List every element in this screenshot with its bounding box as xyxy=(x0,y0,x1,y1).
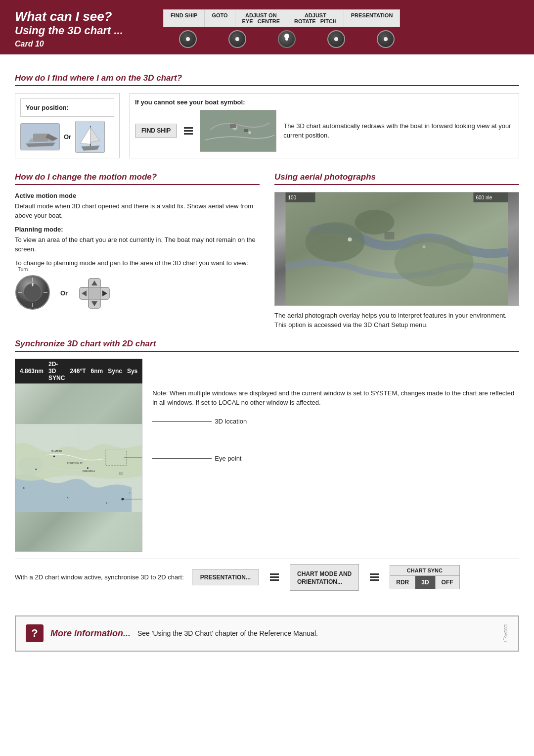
toolbar-buttons: FIND SHIP GOTO ADJUST ONEYE CENTRE ADJUS… xyxy=(163,9,519,27)
chart-note: Note: When multiple windows are displaye… xyxy=(152,388,519,408)
sync-instruction: With a 2D chart window active, synchroni… xyxy=(15,573,184,581)
aerial-small-preview xyxy=(200,110,276,152)
joystick-icon-5 xyxy=(377,30,395,48)
svg-text:8: 8 xyxy=(23,486,25,489)
aerial-photo-svg: 100 600 nle xyxy=(275,192,519,306)
more-info-footer: ? More information... See 'Using the 3D … xyxy=(15,615,519,652)
aerial-photos-col: Using aerial photographs xyxy=(274,163,519,330)
svg-text:PLATEAU: PLATEAU xyxy=(51,450,62,452)
arrow-bar-1 xyxy=(270,573,279,575)
chart-mode-btn[interactable]: CHART MODE ANDORIENTATION... xyxy=(290,564,359,591)
presentation-btn[interactable]: PRESENTATION... xyxy=(192,569,259,585)
sail-boat-illustration xyxy=(75,121,105,153)
chart-sync-label: Sync xyxy=(108,368,122,375)
find-ship-button[interactable]: FIND SHIP xyxy=(163,9,204,27)
icon-cell-1 xyxy=(163,30,213,48)
joystick-dot-3 xyxy=(285,38,288,41)
aerial-photos-header: Using aerial photographs xyxy=(274,172,519,185)
svg-text:PORPOISE PT.: PORPOISE PT. xyxy=(67,462,84,465)
adjust-rotate-button[interactable]: ADJUSTROTATE PITCH xyxy=(287,9,344,27)
two-col-section: How do I change the motion mode? Active … xyxy=(15,163,519,330)
title-line1: What can I see? xyxy=(15,9,143,24)
icon-cell-3 xyxy=(262,30,312,48)
icon-cell-2 xyxy=(213,30,262,48)
chart-sync-block: CHART SYNC RDR 3D OFF xyxy=(390,565,459,589)
sync-header: Synchronize 3D chart with 2D chart xyxy=(15,339,519,352)
position-images: Or xyxy=(20,121,114,153)
main-content: How do I find where I am on the 3D chart… xyxy=(0,54,534,606)
sync-3d-btn[interactable]: 3D xyxy=(415,576,435,589)
location-label: 3D location xyxy=(152,418,519,425)
chart-range: 6nm xyxy=(91,368,103,375)
svg-point-33 xyxy=(395,237,474,286)
svg-text:7: 7 xyxy=(129,491,131,494)
motion-icons-row: Turn xyxy=(15,275,260,312)
svg-rect-10 xyxy=(200,110,276,152)
planning-mode-text1: To view an area of the chart you are not… xyxy=(15,235,260,254)
location-text-3d: 3D location xyxy=(215,418,247,425)
svg-rect-14 xyxy=(244,129,248,132)
toolbar-area: FIND SHIP GOTO ADJUST ONEYE CENTRE ADJUS… xyxy=(163,9,519,48)
triple-arrow-2 xyxy=(267,573,282,581)
joystick-dot-4 xyxy=(334,37,338,41)
sync-section: 4.863nm 2D-3D SYNC 246°T 6nm Sync Sys xyxy=(15,359,519,552)
sail-boat-svg xyxy=(76,121,105,153)
motion-mode-col: How do I change the motion mode? Active … xyxy=(15,163,260,330)
svg-text:9: 9 xyxy=(106,502,107,505)
svg-point-36 xyxy=(423,245,426,248)
active-mode-heading: Active motion mode xyxy=(15,192,260,199)
sync-options-row: RDR 3D OFF xyxy=(390,576,459,589)
arrow-bar-6 xyxy=(370,579,379,581)
location-line-eye xyxy=(152,458,212,459)
arrow-bar-4 xyxy=(370,573,379,575)
cannot-see-box: If you cannot see your boat symbol: FIND… xyxy=(130,93,519,158)
adjust-on-label: ADJUST ONEYE CENTRE xyxy=(242,12,280,24)
goto-button[interactable]: GOTO xyxy=(204,9,234,27)
find-where-header: How do I find where I am on the 3D chart… xyxy=(15,73,519,86)
svg-text:600 nle: 600 nle xyxy=(476,195,492,200)
planning-mode-heading: Planning mode: xyxy=(15,226,260,233)
header-title-block: What can I see? Using the 3D chart ... C… xyxy=(15,9,143,48)
arrow-bar-2 xyxy=(270,576,279,578)
sync-off-btn[interactable]: OFF xyxy=(436,576,459,589)
card-label: Card 10 xyxy=(15,40,143,48)
power-boat-illustration xyxy=(20,123,60,150)
adjust-on-button[interactable]: ADJUST ONEYE CENTRE xyxy=(235,9,287,27)
location-line-3d xyxy=(152,421,212,422)
svg-rect-37 xyxy=(385,232,395,239)
svg-text:INDIANOLA: INDIANOLA xyxy=(83,470,95,472)
planning-mode-text2: To change to planning mode and pan to th… xyxy=(15,258,260,268)
svg-point-12 xyxy=(248,131,251,134)
knob-svg xyxy=(15,275,50,310)
or-label-2: Or xyxy=(60,289,68,297)
sync-chartbar: 4.863nm 2D-3D SYNC 246°T 6nm Sync Sys xyxy=(15,359,142,383)
sync-chart-area: 4.863nm 2D-3D SYNC 246°T 6nm Sync Sys xyxy=(15,359,142,552)
svg-point-35 xyxy=(348,237,352,241)
joystick-icon-2 xyxy=(228,30,246,48)
arrow-bar-5 xyxy=(370,576,379,578)
position-box-title: Your position: xyxy=(20,98,114,117)
chart-sync-title: CHART SYNC xyxy=(390,566,459,576)
presentation-button[interactable]: PRESENTATION xyxy=(344,9,400,27)
joystick-dot-1 xyxy=(186,37,190,41)
joystick-icon-4 xyxy=(327,30,345,48)
find-ship-section: Your position: Or xyxy=(15,93,519,158)
sync-rdr-btn[interactable]: RDR xyxy=(390,576,415,589)
triple-arrow-3 xyxy=(367,573,382,581)
find-ship-btn[interactable]: FIND SHIP xyxy=(135,124,177,138)
svg-point-32 xyxy=(306,222,365,262)
position-box: Your position: Or xyxy=(15,93,120,158)
joystick-dot-2 xyxy=(235,37,239,41)
location-text-eye: Eye point xyxy=(215,455,241,462)
svg-text:100: 100 xyxy=(288,195,297,200)
chart-bearing: 246°T xyxy=(70,368,86,375)
bottom-buttons-row: With a 2D chart window active, synchroni… xyxy=(15,559,519,596)
joystick-dot-5 xyxy=(384,37,388,41)
icon-cell-5 xyxy=(361,30,410,48)
icon-cell-4 xyxy=(312,30,361,48)
svg-point-61 xyxy=(121,498,124,500)
svg-rect-26 xyxy=(89,287,100,299)
joystick-icon-3 xyxy=(278,30,296,48)
find-ship-description: The 3D chart automatically redraws with … xyxy=(283,121,514,141)
svg-text:5: 5 xyxy=(67,496,69,499)
